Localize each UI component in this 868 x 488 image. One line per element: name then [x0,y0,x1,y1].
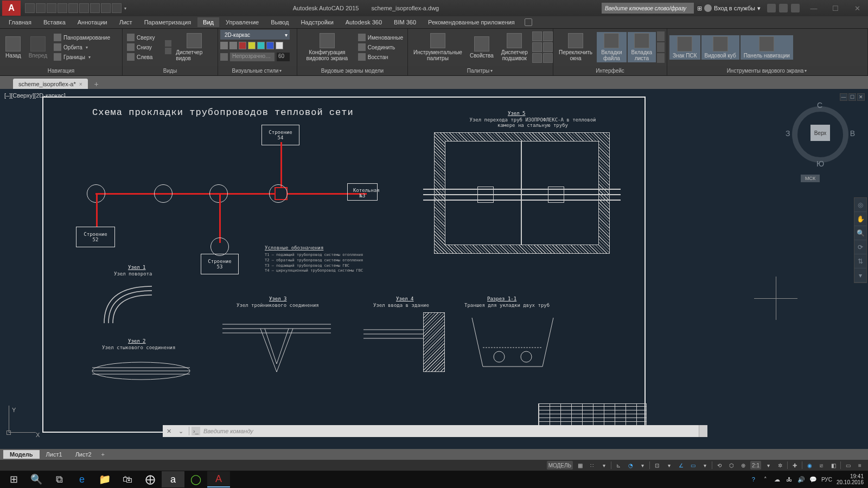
layout-tab-1[interactable]: Лист1 [40,450,69,459]
palette-btn[interactable] [532,31,542,41]
close-button[interactable]: ✕ [846,1,868,16]
view-left-button[interactable]: Слева [125,53,164,61]
transparency-value[interactable]: 60 [277,53,290,61]
status-snap-icon[interactable]: ∷ [587,461,597,470]
help-icon[interactable] [791,4,800,12]
nav-show-icon[interactable]: ⇅ [854,254,866,268]
taskview-icon[interactable]: ⧉ [48,471,71,487]
utorrent-icon[interactable]: ◯ [184,471,207,487]
minimize-button[interactable]: — [803,1,825,16]
orbit-button[interactable]: Орбита▾ [52,43,112,52]
qat-extra2-icon[interactable] [112,3,122,13]
tool-palettes-button[interactable]: Инструментальные палитры [410,32,465,62]
view-scroll-up-icon[interactable] [165,40,171,47]
command-line[interactable]: ✕ ⌄ ›_ Введите команду [163,425,707,437]
cmd-close-icon[interactable]: ✕ [164,426,174,436]
tab-layout[interactable]: Лист [114,17,138,27]
signin-button[interactable]: ⊞ Вход в службы ▾ [694,4,764,12]
chevron-down-icon[interactable]: ▾ [489,68,494,73]
compass-north[interactable]: С [817,101,822,110]
viewcube[interactable]: С Ю З В Верх МСК [788,102,853,167]
palette-btn[interactable] [543,53,553,63]
status-3dosnap-icon[interactable]: ⬡ [726,461,736,470]
status-plus-icon[interactable]: ✚ [790,461,800,470]
status-scale[interactable]: 2:1 [750,461,761,470]
compass-south[interactable]: Ю [816,159,824,168]
tab-featured[interactable]: Рекомендованные приложения [423,17,520,27]
nav-wheel-icon[interactable]: ◎ [854,198,866,212]
layout-tabs-toggle[interactable]: Вкладка листа [628,32,656,62]
swatch[interactable] [220,42,228,49]
chevron-down-icon[interactable]: ▾ [87,55,92,60]
exchange-icon[interactable] [767,4,776,12]
palette-btn[interactable] [532,53,542,63]
swatch[interactable] [257,42,265,49]
tray-clock[interactable]: 19:41 20.10.2016 [837,473,864,485]
swatch[interactable] [229,42,237,49]
qat-plot-icon[interactable] [68,3,78,13]
add-layout-button[interactable]: + [98,451,108,458]
extent-button[interactable]: Границы▾ [52,53,112,61]
tab-bim360[interactable]: BIM 360 [388,17,422,27]
qat-dropdown-icon[interactable]: ▾ [123,3,128,13]
navigation-bar[interactable]: ◎ ✋ 🔍 ⟳ ⇅ ▾ [854,197,867,283]
file-tab[interactable]: scheme_isoproflex-a* × [13,79,88,89]
tab-view[interactable]: Вид [197,17,219,27]
chevron-down-icon[interactable]: ▾ [85,45,89,50]
dropbox-icon[interactable]: ⨁ [139,471,162,487]
store-icon[interactable]: 🛍 [116,471,139,487]
nav-pan-icon[interactable]: ✋ [854,212,866,226]
properties-button[interactable]: Свойства [467,35,497,60]
help-tray-icon[interactable]: ? [750,476,757,483]
status-lw-icon[interactable]: ▭ [688,461,698,470]
amazon-icon[interactable]: a [162,471,184,487]
vp-config-button[interactable]: Конфигурация видового экрана [299,32,355,62]
view-bottom-button[interactable]: Снизу [125,43,164,52]
tab-annotate[interactable]: Аннотации [72,17,113,27]
viewcube-top-face[interactable]: Верх [810,125,830,141]
compass-east[interactable]: В [850,129,855,138]
tray-up-icon[interactable]: ˄ [762,476,769,483]
status-dropdown-icon[interactable]: ▾ [763,461,773,470]
status-iso-icon[interactable]: ◧ [828,461,838,470]
tray-action-icon[interactable]: 💬 [809,476,817,483]
cascade-icon[interactable] [657,53,665,63]
tray-network-icon[interactable]: 🖧 [786,476,793,483]
tray-lang[interactable]: РУС [821,477,832,483]
status-dropdown-icon[interactable]: ▾ [664,461,674,470]
swatch[interactable] [239,42,246,49]
layout-tab-model[interactable]: Модель [3,450,40,459]
status-model[interactable]: МОДЕЛЬ [547,461,573,470]
tile-v-icon[interactable] [657,42,665,52]
maximize-button[interactable]: ☐ [825,1,846,16]
status-ortho-icon[interactable]: ⊾ [614,461,623,470]
cmd-options-icon[interactable]: ⌄ [176,426,186,436]
file-tab-close-icon[interactable]: × [79,81,82,87]
cmd-resize-handle[interactable] [699,425,707,437]
qat-redo-icon[interactable] [90,3,100,13]
swatch[interactable] [266,42,274,49]
tab-parametric[interactable]: Параметризация [139,17,196,27]
navbar-toggle[interactable]: Панель навигации [741,35,793,60]
tab-output[interactable]: Вывод [265,17,294,27]
tray-cloud-icon[interactable]: ☁ [774,476,781,483]
switch-windows-button[interactable]: Переключить окна [556,32,596,62]
viewcube-toggle[interactable]: Видовой куб [701,35,739,60]
autocad-icon[interactable]: A [207,471,230,487]
explorer-icon[interactable]: 📁 [93,471,116,487]
swatch[interactable] [276,42,283,49]
pan-button[interactable]: Панорамирование [52,33,112,42]
app-logo[interactable]: A [2,1,21,16]
status-osnap-icon[interactable]: ⊡ [652,461,662,470]
qat-saveas-icon[interactable] [58,3,67,13]
tab-a360[interactable]: Autodesk 360 [340,17,387,27]
status-dyn-icon[interactable]: ⊕ [738,461,748,470]
drawing-area[interactable]: [–][Сверху][2D-каркас] — ☐ ✕ С Ю З В Вер… [0,89,868,449]
chevron-down-icon[interactable]: ▾ [803,68,808,73]
status-dropdown-icon[interactable]: ▾ [637,461,647,470]
qat-open-icon[interactable] [36,3,46,13]
new-file-tab-button[interactable]: + [91,79,102,89]
sheetset-button[interactable]: Диспетчер подшивок [498,32,531,62]
status-qp-icon[interactable]: ◉ [805,461,814,470]
start-button[interactable]: ⊞ [2,471,25,487]
